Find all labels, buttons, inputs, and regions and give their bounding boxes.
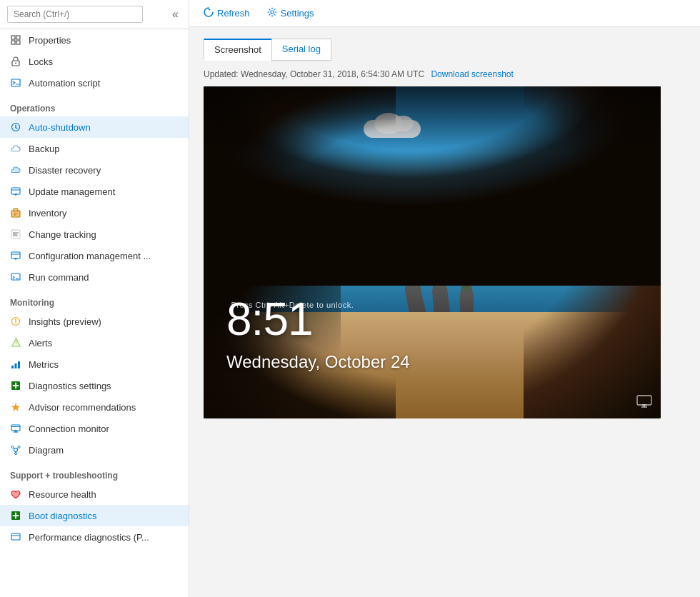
svg-point-5 — [15, 63, 16, 64]
download-screenshot-link[interactable]: Download screenshot — [431, 69, 513, 79]
sidebar-item-advisor-recommendations[interactable]: Advisor recommendations — [0, 396, 189, 418]
sidebar-item-boot-diagnostics[interactable]: Boot diagnostics — [0, 505, 189, 526]
update-management-icon — [10, 186, 21, 197]
diagnostics-settings-icon — [10, 380, 21, 391]
svg-rect-11 — [11, 188, 20, 194]
sidebar-item-label: Boot diagnostics — [29, 511, 96, 521]
sidebar-item-diagnostics-settings[interactable]: Diagnostics settings — [0, 375, 189, 396]
sidebar-item-label: Properties — [29, 35, 71, 46]
svg-rect-23 — [11, 252, 20, 259]
svg-rect-2 — [11, 41, 15, 44]
sidebar-item-label: Change tracking — [29, 229, 96, 240]
sidebar-item-configuration-management[interactable]: Configuration management ... — [0, 245, 189, 266]
svg-line-10 — [16, 128, 17, 129]
sidebar-item-change-tracking[interactable]: Change tracking — [0, 224, 189, 245]
sidebar-item-alerts[interactable]: Alerts — [0, 332, 189, 353]
refresh-label: Refresh — [217, 8, 250, 19]
svg-rect-34 — [11, 366, 14, 368]
boot-diagnostics-icon — [10, 510, 21, 521]
insights-icon — [10, 316, 21, 327]
svg-point-49 — [15, 453, 17, 455]
sidebar-item-performance-diagnostics[interactable]: Performance diagnostics (P... — [0, 526, 189, 548]
sidebar-item-label: Connection monitor — [29, 423, 109, 434]
sidebar-item-label: Auto-shutdown — [29, 122, 91, 133]
collapse-button[interactable]: « — [169, 6, 181, 22]
content-area: Screenshot Serial log Updated: Wednesday… — [189, 27, 700, 597]
auto-shutdown-icon — [10, 121, 21, 133]
sidebar-item-label: Run command — [29, 272, 89, 283]
sidebar: « Properties Locks — [0, 0, 189, 597]
metrics-icon — [10, 358, 21, 370]
svg-rect-0 — [11, 36, 15, 39]
connection-monitor-icon — [10, 423, 21, 434]
clock-time: 8:51 — [226, 293, 313, 346]
screenshot-frame: Press Ctrl+Alt+Delete to unlock. 8:51 We… — [204, 86, 661, 418]
sidebar-item-label: Backup — [29, 144, 59, 154]
update-text: Updated: Wednesday, October 31, 2018, 6:… — [204, 69, 424, 79]
svg-point-48 — [18, 446, 20, 448]
settings-icon — [267, 7, 277, 19]
change-tracking-icon — [10, 229, 21, 240]
operations-section-label: Operations — [0, 94, 189, 116]
sidebar-item-diagram[interactable]: Diagram — [0, 439, 189, 461]
tabs: Screenshot Serial log — [204, 39, 686, 61]
search-container: « — [0, 0, 189, 29]
backup-icon — [10, 143, 21, 154]
tab-serial-log[interactable]: Serial log — [271, 39, 331, 61]
monitor-icon — [636, 395, 652, 411]
sidebar-item-disaster-recovery[interactable]: Disaster recovery — [0, 159, 189, 181]
sidebar-item-label: Metrics — [29, 359, 59, 370]
update-info: Updated: Wednesday, October 31, 2018, 6:… — [204, 69, 686, 79]
sidebar-item-properties[interactable]: Properties — [0, 29, 189, 51]
configuration-management-icon — [10, 250, 21, 261]
sidebar-item-auto-shutdown[interactable]: Auto-shutdown — [0, 116, 189, 138]
monitoring-section-label: Monitoring — [0, 288, 189, 311]
resource-health-icon — [10, 488, 21, 500]
sidebar-item-insights[interactable]: Insights (preview) — [0, 311, 189, 332]
sidebar-item-locks[interactable]: Locks — [0, 51, 189, 72]
sidebar-item-label: Performance diagnostics (P... — [29, 532, 149, 543]
diagram-icon — [10, 444, 21, 456]
svg-rect-36 — [18, 361, 20, 368]
advisor-recommendations-icon — [10, 401, 21, 413]
run-command-icon — [10, 271, 21, 283]
sidebar-item-label: Disaster recovery — [29, 165, 101, 176]
inventory-icon — [10, 207, 21, 219]
support-section-label: Support + troubleshooting — [0, 461, 189, 483]
sidebar-item-label: Automation script — [29, 78, 100, 89]
alerts-icon — [10, 337, 21, 348]
svg-rect-35 — [15, 363, 17, 368]
sidebar-item-label: Resource health — [29, 489, 96, 500]
tab-screenshot[interactable]: Screenshot — [204, 39, 272, 61]
svg-rect-59 — [637, 396, 651, 405]
toolbar: Refresh Settings — [189, 0, 700, 27]
properties-icon — [10, 34, 21, 46]
sidebar-item-resource-health[interactable]: Resource health — [0, 483, 189, 505]
refresh-button[interactable]: Refresh — [201, 6, 253, 21]
svg-point-58 — [271, 11, 274, 14]
search-input[interactable] — [7, 6, 143, 23]
performance-diagnostics-icon — [10, 531, 21, 543]
sidebar-item-backup[interactable]: Backup — [0, 138, 189, 159]
svg-rect-1 — [16, 36, 20, 39]
sidebar-item-update-management[interactable]: Update management — [0, 181, 189, 202]
refresh-icon — [204, 7, 214, 19]
clock-date: Wednesday, October 24 — [226, 352, 410, 372]
svg-rect-56 — [11, 533, 20, 540]
sidebar-item-label: Diagnostics settings — [29, 381, 111, 391]
cave-dark-top-layer — [204, 86, 661, 153]
sidebar-item-connection-monitor[interactable]: Connection monitor — [0, 418, 189, 439]
svg-rect-16 — [14, 209, 18, 211]
settings-button[interactable]: Settings — [264, 6, 317, 21]
sidebar-item-label: Update management — [29, 186, 115, 197]
sidebar-item-inventory[interactable]: Inventory — [0, 202, 189, 224]
sidebar-item-metrics[interactable]: Metrics — [0, 353, 189, 375]
disaster-recovery-icon — [10, 164, 21, 176]
locks-icon — [10, 56, 21, 67]
svg-rect-41 — [11, 425, 20, 431]
sidebar-item-label: Diagram — [29, 445, 64, 456]
sidebar-item-automation-script[interactable]: Automation script — [0, 72, 189, 94]
sidebar-item-run-command[interactable]: Run command — [0, 266, 189, 288]
sidebar-item-label: Configuration management ... — [29, 251, 151, 261]
sidebar-item-label: Insights (preview) — [29, 316, 101, 327]
